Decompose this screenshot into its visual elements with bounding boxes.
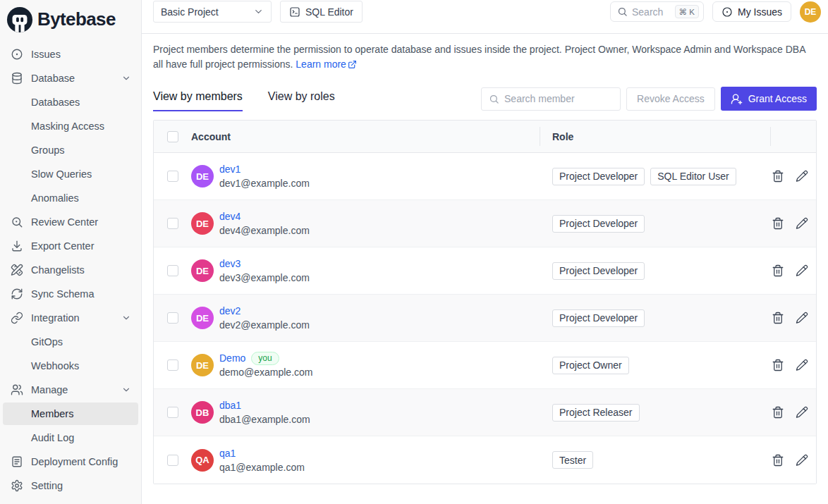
delete-member-button[interactable] <box>772 454 784 467</box>
grant-access-label: Grant Access <box>748 93 807 104</box>
member-email: dba1@example.com <box>219 412 310 426</box>
sidebar-item-audit-log[interactable]: Audit Log <box>3 426 138 449</box>
member-name-link[interactable]: Demo <box>219 351 245 365</box>
my-issues-button[interactable]: My Issues <box>712 1 791 22</box>
search-member-field[interactable] <box>481 87 621 111</box>
edit-member-button[interactable] <box>796 264 808 277</box>
sidebar-item-label: Integration <box>31 312 80 324</box>
you-badge: you <box>251 352 279 365</box>
project-selector[interactable]: Basic Project <box>153 1 272 23</box>
row-checkbox[interactable] <box>167 455 178 466</box>
external-link-icon <box>348 59 357 73</box>
sidebar-item-label: Database <box>31 73 75 84</box>
member-name-link[interactable]: dev2 <box>219 304 241 318</box>
my-issues-label: My Issues <box>738 6 782 18</box>
delete-member-button[interactable] <box>772 170 784 183</box>
sidebar-item-issues[interactable]: Issues <box>3 43 138 66</box>
sidebar-item-label: Sync Schema <box>31 288 94 300</box>
sidebar-item-label: Databases <box>31 97 80 108</box>
review-center-icon <box>10 215 24 229</box>
sidebar-item-review-center[interactable]: Review Center <box>3 211 138 233</box>
avatar: DE <box>191 307 214 329</box>
tabs-row: View by members View by roles Revoke Acc… <box>153 86 817 111</box>
edit-member-button[interactable] <box>796 217 808 230</box>
search-shortcut-badge: ⌘ K <box>675 5 699 18</box>
avatar: DE <box>191 259 214 282</box>
avatar: QA <box>191 449 214 472</box>
edit-member-button[interactable] <box>796 359 808 371</box>
edit-member-button[interactable] <box>796 170 808 183</box>
role-badge: Project Developer <box>552 262 645 280</box>
edit-member-button[interactable] <box>796 454 808 467</box>
member-name-link[interactable]: dba1 <box>219 398 241 412</box>
member-email: dev1@example.com <box>219 176 310 190</box>
role-badge: Project Owner <box>552 357 629 374</box>
brand-logo[interactable]: Bytebase <box>0 0 141 39</box>
row-checkbox[interactable] <box>167 265 178 276</box>
row-checkbox[interactable] <box>167 407 178 418</box>
member-name-link[interactable]: dev3 <box>219 257 241 271</box>
row-checkbox[interactable] <box>167 359 178 371</box>
gear-icon <box>10 479 24 493</box>
sidebar-item-masking-access[interactable]: Masking Access <box>3 115 138 137</box>
learn-more-label: Learn more <box>296 59 346 70</box>
column-header-account: Account <box>191 121 540 152</box>
issue-icon <box>722 6 733 18</box>
sidebar-item-setting[interactable]: Setting <box>3 474 138 497</box>
learn-more-link[interactable]: Learn more <box>296 59 357 70</box>
sidebar-item-integration[interactable]: Integration <box>3 307 138 329</box>
member-email: dev4@example.com <box>219 223 310 238</box>
delete-member-button[interactable] <box>772 406 784 419</box>
delete-member-button[interactable] <box>772 264 784 277</box>
sidebar-item-members[interactable]: Members <box>3 402 138 425</box>
sidebar-item-anomalies[interactable]: Anomalies <box>3 187 138 209</box>
sidebar-item-gitops[interactable]: GitOps <box>3 331 138 353</box>
avatar-initials: DE <box>196 360 209 371</box>
select-all-checkbox[interactable] <box>167 131 178 142</box>
sidebar-item-webhooks[interactable]: Webhooks <box>3 355 138 377</box>
sidebar-item-groups[interactable]: Groups <box>3 139 138 161</box>
refresh-icon <box>10 287 24 301</box>
download-icon <box>10 239 24 253</box>
sidebar-item-label: Audit Log <box>31 432 74 443</box>
role-badge: Tester <box>552 451 593 469</box>
member-name-link[interactable]: dev1 <box>219 162 241 176</box>
sidebar-item-manage[interactable]: Manage <box>3 379 138 401</box>
sidebar-item-deployment-config[interactable]: Deployment Config <box>3 450 138 473</box>
chevron-down-icon <box>121 385 131 395</box>
sidebar-item-slow-queries[interactable]: Slow Queries <box>3 163 138 185</box>
chevron-down-icon <box>121 73 131 83</box>
row-checkbox[interactable] <box>167 312 178 324</box>
delete-member-button[interactable] <box>772 359 784 371</box>
sidebar-item-sync-schema[interactable]: Sync Schema <box>3 283 138 305</box>
table-row: DB dba1 dba1@example.com Project Release… <box>154 389 816 436</box>
avatar-initials: DE <box>196 266 209 276</box>
sidebar-item-database[interactable]: Database <box>3 67 138 90</box>
member-name-link[interactable]: dev4 <box>219 209 241 223</box>
avatar-initials: DE <box>196 171 209 182</box>
table-row: DE dev4 dev4@example.com Project Develop… <box>154 200 816 247</box>
sidebar-item-label: Setting <box>31 480 63 491</box>
edit-member-button[interactable] <box>796 406 808 419</box>
sql-editor-button[interactable]: SQL Editor <box>280 1 363 23</box>
global-search-input[interactable]: Search ⌘ K <box>610 1 704 22</box>
tab-view-by-roles[interactable]: View by roles <box>268 86 335 111</box>
avatar-initials: QA <box>195 455 209 465</box>
sidebar-item-databases[interactable]: Databases <box>3 91 138 113</box>
sidebar-item-export-center[interactable]: Export Center <box>3 235 138 257</box>
member-email: dev2@example.com <box>219 318 310 332</box>
row-checkbox[interactable] <box>167 171 178 182</box>
search-member-input[interactable] <box>504 93 613 104</box>
row-checkbox[interactable] <box>167 218 178 229</box>
sidebar-item-label: Deployment Config <box>31 456 118 467</box>
grant-access-button[interactable]: Grant Access <box>721 87 817 111</box>
member-name-link[interactable]: qa1 <box>219 446 236 460</box>
document-icon <box>10 455 24 469</box>
delete-member-button[interactable] <box>772 312 784 324</box>
delete-member-button[interactable] <box>772 217 784 230</box>
sidebar-item-changelists[interactable]: Changelists <box>3 259 138 281</box>
revoke-access-button[interactable]: Revoke Access <box>626 87 715 111</box>
tab-view-by-members[interactable]: View by members <box>153 86 243 111</box>
edit-member-button[interactable] <box>796 312 808 324</box>
user-avatar[interactable]: DE <box>800 1 821 23</box>
